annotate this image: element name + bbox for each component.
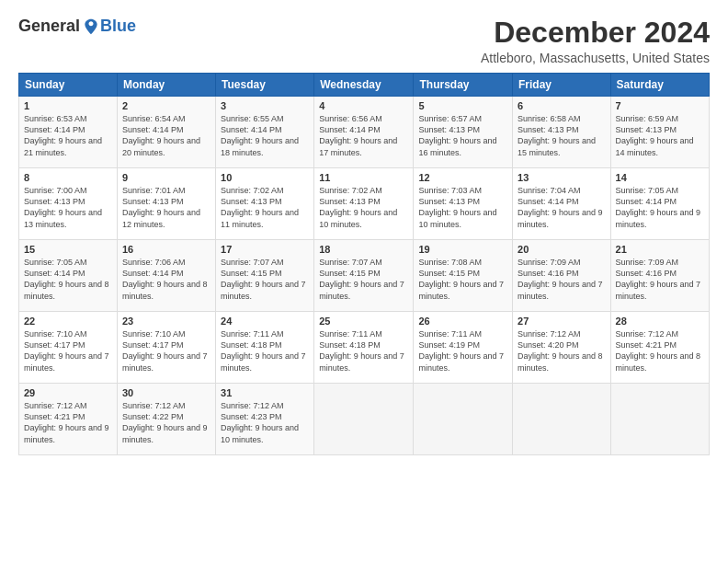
day-info: Sunrise: 7:06 AMSunset: 4:14 PMDaylight:… <box>122 257 210 302</box>
col-thursday: Thursday <box>414 74 513 97</box>
day-info: Sunrise: 6:54 AMSunset: 4:14 PMDaylight:… <box>122 113 210 158</box>
page: General Blue December 2024 Attleboro, Ma… <box>0 0 728 563</box>
calendar-cell: 23Sunrise: 7:10 AMSunset: 4:17 PMDayligh… <box>117 312 215 384</box>
calendar-cell: 24Sunrise: 7:11 AMSunset: 4:18 PMDayligh… <box>216 312 314 384</box>
week-row-4: 22Sunrise: 7:10 AMSunset: 4:17 PMDayligh… <box>19 312 710 384</box>
calendar-cell: 9Sunrise: 7:01 AMSunset: 4:13 PMDaylight… <box>117 168 215 240</box>
day-number: 29 <box>24 387 112 398</box>
day-info: Sunrise: 6:59 AMSunset: 4:13 PMDaylight:… <box>616 113 704 158</box>
day-info: Sunrise: 7:05 AMSunset: 4:14 PMDaylight:… <box>616 185 704 230</box>
day-info: Sunrise: 7:10 AMSunset: 4:17 PMDaylight:… <box>24 328 112 373</box>
title-section: December 2024 Attleboro, Massachusetts, … <box>481 17 710 65</box>
col-friday: Friday <box>513 74 611 97</box>
calendar-cell: 17Sunrise: 7:07 AMSunset: 4:15 PMDayligh… <box>216 240 314 312</box>
day-number: 22 <box>24 316 112 327</box>
day-number: 28 <box>616 316 704 327</box>
day-info: Sunrise: 7:11 AMSunset: 4:19 PMDaylight:… <box>418 328 507 373</box>
day-number: 12 <box>418 172 507 183</box>
week-row-1: 1Sunrise: 6:53 AMSunset: 4:14 PMDaylight… <box>19 97 710 168</box>
day-info: Sunrise: 7:12 AMSunset: 4:21 PMDaylight:… <box>24 400 112 445</box>
calendar-cell: 28Sunrise: 7:12 AMSunset: 4:21 PMDayligh… <box>610 312 709 384</box>
col-tuesday: Tuesday <box>216 74 314 97</box>
day-info: Sunrise: 7:12 AMSunset: 4:21 PMDaylight:… <box>616 328 704 373</box>
day-info: Sunrise: 7:12 AMSunset: 4:20 PMDaylight:… <box>518 328 606 373</box>
day-info: Sunrise: 7:10 AMSunset: 4:17 PMDaylight:… <box>122 328 210 373</box>
day-number: 4 <box>319 100 408 111</box>
day-number: 5 <box>418 100 507 111</box>
location: Attleboro, Massachusetts, United States <box>481 51 710 65</box>
day-info: Sunrise: 7:01 AMSunset: 4:13 PMDaylight:… <box>122 185 210 230</box>
day-info: Sunrise: 6:56 AMSunset: 4:14 PMDaylight:… <box>319 113 408 158</box>
calendar-cell: 8Sunrise: 7:00 AMSunset: 4:13 PMDaylight… <box>19 168 118 240</box>
day-info: Sunrise: 6:55 AMSunset: 4:14 PMDaylight:… <box>221 113 309 158</box>
calendar-cell <box>610 384 709 455</box>
day-info: Sunrise: 7:08 AMSunset: 4:15 PMDaylight:… <box>418 257 507 302</box>
month-title: December 2024 <box>481 17 710 49</box>
calendar-cell: 25Sunrise: 7:11 AMSunset: 4:18 PMDayligh… <box>314 312 414 384</box>
calendar-cell: 11Sunrise: 7:02 AMSunset: 4:13 PMDayligh… <box>314 168 414 240</box>
day-info: Sunrise: 7:02 AMSunset: 4:13 PMDaylight:… <box>221 185 309 230</box>
day-info: Sunrise: 7:11 AMSunset: 4:18 PMDaylight:… <box>319 328 408 373</box>
calendar-cell <box>314 384 414 455</box>
calendar-cell: 4Sunrise: 6:56 AMSunset: 4:14 PMDaylight… <box>314 97 414 168</box>
calendar-cell: 29Sunrise: 7:12 AMSunset: 4:21 PMDayligh… <box>19 384 118 455</box>
calendar-table: Sunday Monday Tuesday Wednesday Thursday… <box>18 73 710 455</box>
day-number: 15 <box>24 244 112 255</box>
calendar-cell: 20Sunrise: 7:09 AMSunset: 4:16 PMDayligh… <box>513 240 611 312</box>
day-number: 13 <box>518 172 606 183</box>
day-number: 26 <box>418 316 507 327</box>
day-number: 7 <box>616 100 704 111</box>
calendar-cell: 10Sunrise: 7:02 AMSunset: 4:13 PMDayligh… <box>216 168 314 240</box>
day-number: 25 <box>319 316 408 327</box>
day-info: Sunrise: 7:11 AMSunset: 4:18 PMDaylight:… <box>221 328 309 373</box>
calendar-cell: 7Sunrise: 6:59 AMSunset: 4:13 PMDaylight… <box>610 97 709 168</box>
day-info: Sunrise: 6:58 AMSunset: 4:13 PMDaylight:… <box>518 113 606 158</box>
calendar-cell <box>513 384 611 455</box>
day-number: 24 <box>221 316 309 327</box>
calendar-cell: 22Sunrise: 7:10 AMSunset: 4:17 PMDayligh… <box>19 312 118 384</box>
calendar-cell: 14Sunrise: 7:05 AMSunset: 4:14 PMDayligh… <box>610 168 709 240</box>
day-number: 11 <box>319 172 408 183</box>
calendar-cell: 30Sunrise: 7:12 AMSunset: 4:22 PMDayligh… <box>117 384 215 455</box>
day-number: 23 <box>122 316 210 327</box>
calendar-cell: 31Sunrise: 7:12 AMSunset: 4:23 PMDayligh… <box>216 384 314 455</box>
day-number: 20 <box>518 244 606 255</box>
week-row-2: 8Sunrise: 7:00 AMSunset: 4:13 PMDaylight… <box>19 168 710 240</box>
week-row-3: 15Sunrise: 7:05 AMSunset: 4:14 PMDayligh… <box>19 240 710 312</box>
day-number: 19 <box>418 244 507 255</box>
day-number: 10 <box>221 172 309 183</box>
week-row-5: 29Sunrise: 7:12 AMSunset: 4:21 PMDayligh… <box>19 384 710 455</box>
day-number: 14 <box>616 172 704 183</box>
col-wednesday: Wednesday <box>314 74 414 97</box>
day-info: Sunrise: 7:04 AMSunset: 4:14 PMDaylight:… <box>518 185 606 230</box>
day-number: 27 <box>518 316 606 327</box>
calendar-cell: 13Sunrise: 7:04 AMSunset: 4:14 PMDayligh… <box>513 168 611 240</box>
header: General Blue December 2024 Attleboro, Ma… <box>18 17 710 65</box>
day-number: 1 <box>24 100 112 111</box>
day-info: Sunrise: 7:12 AMSunset: 4:23 PMDaylight:… <box>221 400 309 445</box>
logo: General Blue <box>18 17 136 36</box>
day-info: Sunrise: 7:09 AMSunset: 4:16 PMDaylight:… <box>518 257 606 302</box>
day-info: Sunrise: 7:02 AMSunset: 4:13 PMDaylight:… <box>319 185 408 230</box>
calendar-cell: 18Sunrise: 7:07 AMSunset: 4:15 PMDayligh… <box>314 240 414 312</box>
day-number: 31 <box>221 387 309 398</box>
calendar-cell: 2Sunrise: 6:54 AMSunset: 4:14 PMDaylight… <box>117 97 215 168</box>
day-number: 16 <box>122 244 210 255</box>
day-info: Sunrise: 7:07 AMSunset: 4:15 PMDaylight:… <box>221 257 309 302</box>
day-info: Sunrise: 7:00 AMSunset: 4:13 PMDaylight:… <box>24 185 112 230</box>
day-number: 17 <box>221 244 309 255</box>
calendar-cell: 26Sunrise: 7:11 AMSunset: 4:19 PMDayligh… <box>414 312 513 384</box>
calendar-cell: 15Sunrise: 7:05 AMSunset: 4:14 PMDayligh… <box>19 240 118 312</box>
day-info: Sunrise: 7:09 AMSunset: 4:16 PMDaylight:… <box>616 257 704 302</box>
day-number: 6 <box>518 100 606 111</box>
col-monday: Monday <box>117 74 215 97</box>
day-number: 30 <box>122 387 210 398</box>
calendar-cell: 6Sunrise: 6:58 AMSunset: 4:13 PMDaylight… <box>513 97 611 168</box>
day-number: 21 <box>616 244 704 255</box>
calendar-header-row: Sunday Monday Tuesday Wednesday Thursday… <box>19 74 710 97</box>
logo-general-text: General <box>18 17 80 36</box>
day-number: 18 <box>319 244 408 255</box>
day-info: Sunrise: 6:57 AMSunset: 4:13 PMDaylight:… <box>418 113 507 158</box>
day-number: 3 <box>221 100 309 111</box>
day-number: 8 <box>24 172 112 183</box>
